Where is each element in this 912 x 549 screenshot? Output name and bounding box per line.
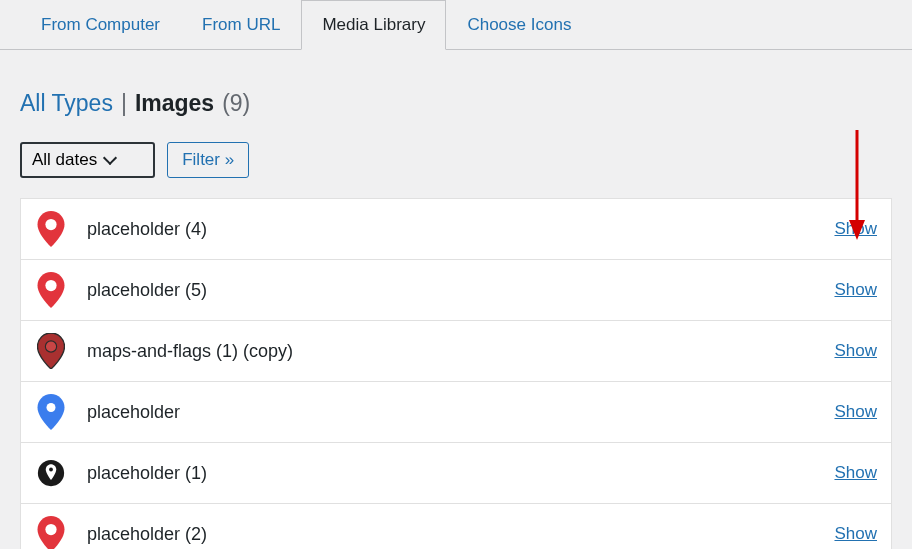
filter-all-types[interactable]: All Types xyxy=(20,90,113,117)
map-pin-icon xyxy=(35,455,67,491)
list-item: placeholder Show xyxy=(21,382,891,443)
filter-controls: All dates Filter » xyxy=(20,127,892,198)
list-item: placeholder (4) Show xyxy=(21,199,891,260)
item-filename: placeholder (4) xyxy=(87,219,814,240)
svg-point-6 xyxy=(45,524,56,535)
tabs-bar: From Computer From URL Media Library Cho… xyxy=(0,0,912,50)
list-item: placeholder (2) Show xyxy=(21,504,891,549)
map-pin-icon xyxy=(35,516,67,549)
filter-images[interactable]: Images xyxy=(135,90,214,117)
show-link[interactable]: Show xyxy=(834,219,877,239)
svg-point-3 xyxy=(47,403,56,412)
show-link[interactable]: Show xyxy=(834,341,877,361)
chevron-down-icon xyxy=(103,150,117,164)
filter-button[interactable]: Filter » xyxy=(167,142,249,178)
tab-from-url[interactable]: From URL xyxy=(181,0,301,49)
item-filename: maps-and-flags (1) (copy) xyxy=(87,341,814,362)
tab-choose-icons[interactable]: Choose Icons xyxy=(446,0,592,49)
show-link[interactable]: Show xyxy=(834,463,877,483)
media-list: placeholder (4) Show placeholder (5) Sho… xyxy=(20,198,892,549)
tab-media-library[interactable]: Media Library xyxy=(301,0,446,50)
svg-point-0 xyxy=(45,219,56,230)
map-pin-icon xyxy=(35,394,67,430)
item-filename: placeholder (1) xyxy=(87,463,814,484)
map-pin-icon xyxy=(35,333,67,369)
tab-from-computer[interactable]: From Computer xyxy=(20,0,181,49)
content: All Types | Images (9) All dates Filter … xyxy=(0,50,912,549)
date-filter-label: All dates xyxy=(32,150,97,170)
item-filename: placeholder (5) xyxy=(87,280,814,301)
filter-divider: | xyxy=(121,90,127,117)
show-link[interactable]: Show xyxy=(834,280,877,300)
show-link[interactable]: Show xyxy=(834,524,877,544)
svg-point-5 xyxy=(49,468,53,472)
map-pin-icon xyxy=(35,272,67,308)
map-pin-icon xyxy=(35,211,67,247)
date-filter-select[interactable]: All dates xyxy=(20,142,155,178)
list-item: placeholder (5) Show xyxy=(21,260,891,321)
filter-header: All Types | Images (9) xyxy=(20,70,892,127)
show-link[interactable]: Show xyxy=(834,402,877,422)
svg-point-2 xyxy=(45,341,56,352)
filter-count: (9) xyxy=(222,90,250,117)
item-filename: placeholder (2) xyxy=(87,524,814,545)
list-item: maps-and-flags (1) (copy) Show xyxy=(21,321,891,382)
svg-point-1 xyxy=(45,280,56,291)
list-item: placeholder (1) Show xyxy=(21,443,891,504)
item-filename: placeholder xyxy=(87,402,814,423)
